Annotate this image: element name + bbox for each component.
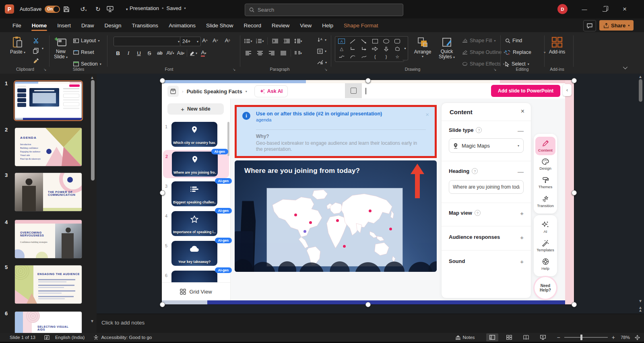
shape-outline-button[interactable]: Shape Outline▾ bbox=[462, 48, 505, 57]
shape-line-icon[interactable] bbox=[348, 38, 357, 44]
toolbar-templates-button[interactable]: Templates bbox=[535, 236, 555, 255]
slide-counter[interactable]: Slide 1 of 13 bbox=[10, 335, 35, 340]
shape-freeform-icon[interactable] bbox=[392, 46, 402, 52]
save-button[interactable] bbox=[63, 6, 74, 12]
search-input[interactable]: Search bbox=[245, 4, 403, 16]
shape-elbow-arrow-icon[interactable] bbox=[359, 46, 369, 52]
presentation-name[interactable]: Public Speaking Facts bbox=[187, 88, 242, 94]
slide-canvas[interactable]: › Public Speaking Facts ▾ Ask AI Add sli… bbox=[162, 80, 574, 304]
shrink-font-button[interactable]: A˅ bbox=[211, 36, 220, 44]
zoom-level[interactable]: 78% bbox=[621, 335, 630, 340]
resize-handle-left[interactable] bbox=[160, 190, 165, 195]
addin-slide-thumb-3[interactable]: Biggest speaking challen... bbox=[171, 181, 217, 206]
help-question-icon[interactable]: ? bbox=[476, 127, 482, 133]
shape-scribble-icon[interactable] bbox=[337, 54, 347, 60]
zoom-slider-thumb[interactable] bbox=[580, 335, 582, 340]
toolbar-themes-button[interactable]: Themes bbox=[535, 174, 555, 192]
reset-button[interactable]: Reset bbox=[73, 48, 101, 57]
autosave-toggle[interactable]: On bbox=[45, 6, 60, 13]
shape-fill-button[interactable]: Shape Fill▾ bbox=[462, 36, 505, 45]
slide-1-thumbnail[interactable] bbox=[15, 82, 82, 120]
addin-collapse-button[interactable]: ‹ bbox=[563, 84, 572, 96]
thumbnails-scroll-down[interactable]: ▼ bbox=[90, 319, 94, 323]
canvas-scroll-up[interactable]: ▲ bbox=[638, 74, 642, 79]
tab-transitions[interactable]: Transitions bbox=[127, 18, 164, 32]
slide-preview[interactable]: Where are you joining from today? bbox=[235, 160, 437, 272]
font-size-combo[interactable]: 24+▾ bbox=[180, 37, 201, 46]
tab-animations[interactable]: Animations bbox=[163, 18, 201, 32]
shape-star-icon[interactable]: ☆ bbox=[392, 54, 402, 60]
collapse-ribbon-button[interactable] bbox=[623, 65, 627, 69]
tab-home[interactable]: Home bbox=[27, 18, 52, 32]
presentation-name-chevron[interactable]: ▾ bbox=[246, 90, 247, 93]
tab-review[interactable]: Review bbox=[266, 18, 295, 32]
panel-close-icon[interactable]: × bbox=[521, 108, 524, 115]
find-button[interactable]: Find bbox=[505, 36, 545, 45]
addin-slide-row-4[interactable]: 4 Importance of speaking i... AI-gen bbox=[162, 211, 230, 239]
zoom-slider[interactable] bbox=[564, 337, 608, 338]
heading-collapse[interactable]: — bbox=[518, 168, 524, 175]
document-title[interactable]: Presentation bbox=[130, 5, 159, 11]
bullets-button[interactable]: ▾ bbox=[244, 37, 253, 45]
share-button[interactable]: Share▾ bbox=[599, 20, 634, 31]
zoom-in-button[interactable]: + bbox=[612, 334, 615, 341]
notes-placeholder[interactable]: Click to add notes bbox=[101, 320, 144, 326]
addin-slide-thumb-5[interactable]: Your key takeaway? bbox=[171, 241, 217, 266]
shape-right-brace-icon[interactable]: } bbox=[381, 54, 391, 60]
presentation-archive-icon[interactable] bbox=[167, 86, 179, 97]
shape-triangle-icon[interactable]: △ bbox=[337, 46, 347, 52]
addin-slide-row-3[interactable]: 3 Biggest speaking challen... AI-gen bbox=[162, 181, 230, 209]
previous-slide-button[interactable]: ▲▲ bbox=[638, 306, 642, 312]
resize-handle-top-left[interactable] bbox=[160, 78, 165, 83]
shape-gallery-more-button[interactable]: ▾ bbox=[402, 36, 408, 60]
addin-slide-thumb-2[interactable]: Where are you joining fro... bbox=[172, 152, 218, 177]
title-chevron-icon[interactable]: ▾ bbox=[184, 6, 186, 10]
clear-formatting-button[interactable]: A◊ bbox=[223, 36, 232, 44]
redo-button[interactable]: ↻ bbox=[92, 6, 103, 13]
close-button[interactable]: × bbox=[617, 3, 633, 16]
text-direction-button[interactable]: A▾ bbox=[317, 35, 327, 44]
resize-handle-top-right[interactable] bbox=[572, 78, 577, 83]
tab-view[interactable]: View bbox=[295, 18, 317, 32]
numbering-button[interactable]: 123▾ bbox=[256, 37, 264, 45]
italic-button[interactable]: I bbox=[124, 49, 133, 57]
align-center-button[interactable] bbox=[256, 49, 264, 57]
toolbar-design-button[interactable]: Design bbox=[535, 155, 555, 174]
resize-handle-right[interactable] bbox=[572, 190, 577, 195]
align-text-button[interactable]: ▾ bbox=[317, 47, 327, 55]
slide-5-thumbnail[interactable]: ENGAGING THE AUDIENCE bbox=[15, 265, 82, 304]
resize-handle-bottom-center[interactable] bbox=[365, 302, 371, 307]
toolbar-transition-button[interactable]: Transition bbox=[535, 192, 555, 211]
align-right-button[interactable] bbox=[267, 49, 276, 57]
shape-rectangle-icon[interactable] bbox=[370, 38, 380, 44]
font-dialog-launcher[interactable]: ↘ bbox=[233, 68, 236, 72]
addin-slide-row-1[interactable]: 1 Which city or country hav... bbox=[162, 122, 230, 150]
toolbar-ai-button[interactable]: AI bbox=[535, 218, 555, 236]
undo-button[interactable]: ↺▾ bbox=[78, 6, 89, 13]
start-slideshow-button[interactable] bbox=[107, 6, 118, 12]
decrease-indent-button[interactable] bbox=[270, 37, 279, 45]
restore-button[interactable] bbox=[597, 3, 613, 16]
audience-responses-expand[interactable]: + bbox=[520, 234, 524, 241]
grid-view-button[interactable]: Grid View bbox=[162, 282, 230, 300]
strikethrough-alt-button[interactable]: ab bbox=[155, 49, 164, 57]
columns-button[interactable]: ▾ bbox=[294, 49, 303, 57]
character-spacing-button[interactable]: AV▾ bbox=[166, 49, 175, 57]
account-avatar[interactable]: D bbox=[557, 4, 568, 14]
shape-gallery[interactable]: A △ { } ☆ bbox=[335, 36, 404, 62]
font-color-button[interactable]: A▾ bbox=[199, 49, 208, 57]
resize-handle-bottom-right[interactable] bbox=[572, 302, 577, 307]
slide-4-thumbnail[interactable]: OVERCOMING NERVOUSNESS Confidence-buildi… bbox=[15, 220, 82, 258]
shape-curve-icon[interactable] bbox=[359, 54, 369, 60]
addin-slide-row-2-selected[interactable]: 2 Where are you joining fro... AI-gen bbox=[163, 150, 229, 178]
slide-2-thumbnail[interactable]: AGENDA Introduction Building confidence … bbox=[15, 128, 82, 166]
shape-arrow-icon[interactable] bbox=[359, 38, 369, 44]
resize-handle-bottom-left[interactable] bbox=[160, 302, 165, 307]
addin-slide-thumb-1[interactable]: Which city or country hav... bbox=[171, 122, 217, 147]
slide-6-thumbnail[interactable]: SELECTING VISUAL AIDS bbox=[15, 312, 82, 334]
tab-help[interactable]: Help bbox=[317, 18, 339, 32]
shape-effects-button[interactable]: Shape Effects▾ bbox=[462, 60, 505, 68]
tab-record[interactable]: Record bbox=[238, 18, 266, 32]
arrange-button[interactable]: Arrange▾ bbox=[411, 35, 434, 58]
reading-view-button[interactable] bbox=[520, 333, 532, 341]
